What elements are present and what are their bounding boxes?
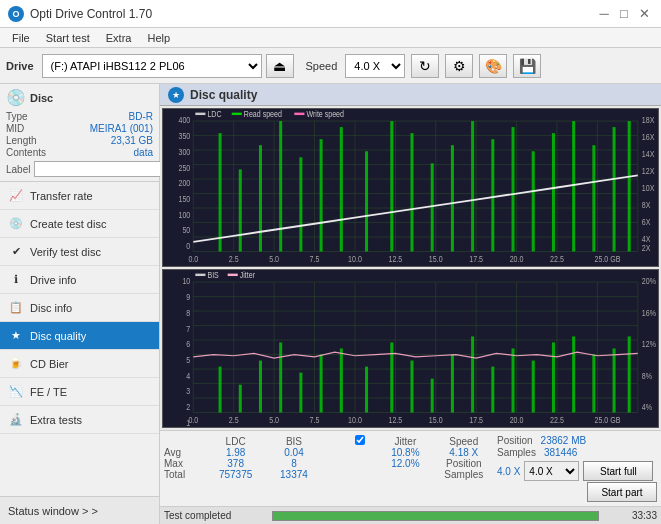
svg-rect-73 [195,113,205,115]
disc-icon: 💿 [6,88,26,107]
svg-text:14X: 14X [642,150,655,160]
svg-rect-118 [552,342,555,412]
speed-stat-select[interactable]: 4.0 X [524,461,579,481]
svg-text:15.0: 15.0 [429,416,443,426]
disc-mid-label: MID [6,123,24,134]
avg-ldc: 1.98 [206,447,264,458]
sidebar-item-drive-info[interactable]: ℹ Drive info [0,266,159,294]
disc-contents-row: Contents data [6,147,153,158]
svg-rect-40 [572,121,575,251]
start-part-button[interactable]: Start part [587,482,657,502]
svg-text:7.5: 7.5 [310,255,320,265]
svg-text:LDC: LDC [207,110,221,120]
fe-te-icon: 📉 [8,384,24,400]
maximize-button[interactable]: □ [615,5,633,23]
total-bis: 13374 [265,469,323,480]
avg-bis: 0.04 [265,447,323,458]
menu-extra[interactable]: Extra [98,30,140,46]
svg-text:2.5: 2.5 [229,416,239,426]
refresh-button[interactable]: ↻ [411,54,439,78]
svg-text:5.0: 5.0 [269,416,279,426]
disc-type-label: Type [6,111,28,122]
svg-rect-36 [491,139,494,251]
svg-rect-117 [532,361,535,413]
menu-start-test[interactable]: Start test [38,30,98,46]
eject-button[interactable]: ⏏ [266,54,294,78]
sidebar-item-verify-test-disc[interactable]: ✔ Verify test disc [0,238,159,266]
max-jitter: 12.0% [376,458,434,469]
svg-text:350: 350 [178,132,190,142]
time-display: 33:33 [607,510,657,521]
toolbar: Drive (F:) ATAPI iHBS112 2 PL06 ⏏ Speed … [0,48,661,84]
svg-text:BIS: BIS [207,271,218,281]
svg-text:3: 3 [186,387,190,397]
svg-rect-27 [299,157,302,251]
svg-text:50: 50 [182,226,190,236]
start-full-button[interactable]: Start full [583,461,653,481]
charts-area: 400 350 300 250 200 150 100 50 0 18X 16X… [160,106,661,430]
disc-type-value: BD-R [129,111,153,122]
disc-type-row: Type BD-R [6,111,153,122]
ldc-chart: 400 350 300 250 200 150 100 50 0 18X 16X… [162,108,659,267]
svg-text:17.5: 17.5 [469,416,483,426]
drive-select[interactable]: (F:) ATAPI iHBS112 2 PL06 [42,54,262,78]
svg-rect-121 [613,349,616,413]
settings-button[interactable]: ⚙ [445,54,473,78]
svg-text:Write speed: Write speed [306,110,344,120]
color-button[interactable]: 🎨 [479,54,507,78]
svg-rect-37 [512,127,515,251]
jitter-checkbox[interactable] [355,435,365,445]
speed-display: 4.0 X [497,466,520,477]
svg-text:10.0: 10.0 [348,255,362,265]
svg-text:6: 6 [186,340,190,350]
disc-length-value: 23,31 GB [111,135,153,146]
svg-rect-114 [471,336,474,412]
svg-text:22.5: 22.5 [550,416,564,426]
sidebar-item-fe-te-label: FE / TE [30,386,67,398]
menu-file[interactable]: File [4,30,38,46]
svg-rect-35 [471,121,474,251]
stats-right: Position 23862 MB Samples 381446 4.0 X 4… [497,435,657,502]
svg-text:150: 150 [178,194,190,204]
svg-text:4: 4 [186,371,191,381]
progress-bar [272,511,599,521]
svg-text:12.5: 12.5 [388,255,402,265]
sidebar-item-disc-info[interactable]: 📋 Disc info [0,294,159,322]
disc-label-input[interactable] [34,161,167,177]
svg-rect-151 [228,274,238,276]
menu-help[interactable]: Help [139,30,178,46]
max-bis: 8 [265,458,323,469]
sidebar-item-transfer-rate[interactable]: 📈 Transfer rate [0,182,159,210]
svg-text:0.0: 0.0 [188,416,198,426]
sidebar-item-verify-test-disc-label: Verify test disc [30,246,101,258]
svg-text:0.0: 0.0 [188,255,198,265]
sidebar-item-cd-bier[interactable]: 🍺 CD Bier [0,350,159,378]
svg-text:8X: 8X [642,200,651,210]
sidebar-item-fe-te[interactable]: 📉 FE / TE [0,378,159,406]
svg-rect-115 [491,367,494,413]
sidebar-item-extra-tests[interactable]: 🔬 Extra tests [0,406,159,434]
save-button[interactable]: 💾 [513,54,541,78]
svg-rect-34 [451,145,454,251]
svg-rect-75 [232,113,242,115]
sidebar-item-disc-quality[interactable]: ★ Disc quality [0,322,159,350]
sidebar-item-create-test-disc[interactable]: 💿 Create test disc [0,210,159,238]
close-button[interactable]: ✕ [635,5,653,23]
minimize-button[interactable]: ─ [595,5,613,23]
main-area: 💿 Disc Type BD-R MID MEIRA1 (001) Length… [0,84,661,524]
speed-select[interactable]: 4.0 X 1.0 X 2.0 X 8.0 X [345,54,405,78]
disc-quality-header: ★ Disc quality [160,84,661,106]
svg-text:0: 0 [186,241,191,251]
svg-text:8: 8 [186,308,190,318]
content-area: ★ Disc quality [160,84,661,524]
status-window-button[interactable]: Status window > > [0,496,159,524]
svg-rect-28 [320,139,323,251]
svg-text:20.0: 20.0 [510,416,524,426]
svg-text:Jitter: Jitter [240,271,256,281]
disc-quality-icon: ★ [8,328,24,344]
disc-mid-value: MEIRA1 (001) [90,123,153,134]
verify-test-disc-icon: ✔ [8,244,24,260]
svg-text:20.0: 20.0 [510,255,524,265]
svg-rect-111 [411,361,414,413]
disc-info-icon: 📋 [8,300,24,316]
